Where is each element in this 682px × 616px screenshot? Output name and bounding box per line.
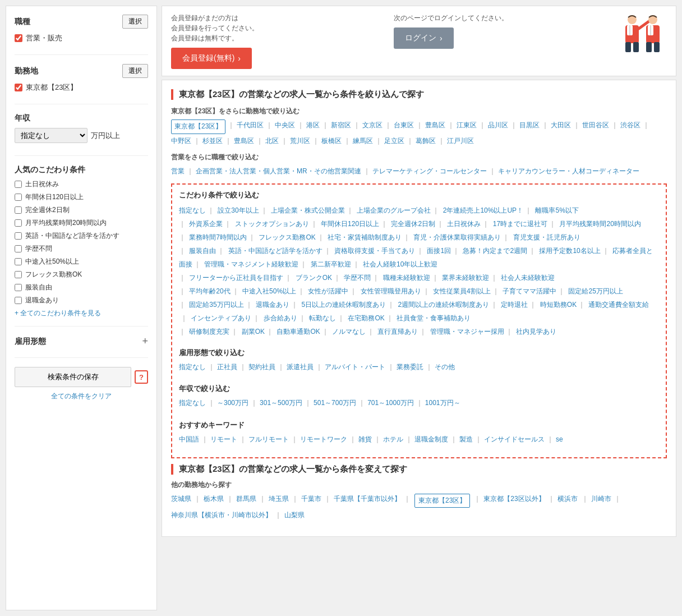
- cond-urgent[interactable]: 急募！内定まで2週間: [463, 247, 527, 255]
- cond-long-vac2w[interactable]: 2週間以上の連続休暇制度あり: [398, 301, 489, 309]
- kw-remote[interactable]: リモート: [210, 434, 237, 446]
- cond-remote[interactable]: 在宅勤務OK: [348, 314, 384, 322]
- cond-checkbox-4[interactable]: [15, 232, 22, 240]
- emp-shitenashi[interactable]: 指定なし: [179, 361, 206, 374]
- cond-society-noexp[interactable]: 社会人未経験歓迎: [501, 274, 555, 282]
- kw-chinese[interactable]: 中国語: [179, 434, 199, 446]
- kw-inside-sales[interactable]: インサイドセールス: [484, 434, 545, 446]
- area-tag-nakano[interactable]: 中野区: [171, 135, 191, 148]
- help-icon[interactable]: ?: [135, 370, 148, 384]
- cond-management[interactable]: 管理職・マネジメント経験歓迎: [204, 260, 298, 268]
- register-button[interactable]: 会員登録(無料) ›: [171, 48, 252, 69]
- area-tag-nerima[interactable]: 練馬区: [353, 135, 373, 148]
- cond-cafeteria[interactable]: 社員食堂・食事補助あり: [397, 314, 471, 322]
- emp-keiyaku[interactable]: 契約社員: [248, 361, 275, 374]
- cond-checkbox-0[interactable]: [15, 181, 22, 188]
- cond-childcare-leave[interactable]: 育児・介護休業取得実績あり: [413, 233, 501, 241]
- job-type-checkbox[interactable]: [15, 34, 22, 42]
- area-tag-katsushika[interactable]: 葛飾区: [416, 135, 436, 148]
- other-tokyo23-active[interactable]: 東京都【23区】: [414, 494, 470, 508]
- cond-10years[interactable]: 社会人経験10年以上歓迎: [363, 260, 437, 268]
- cond-noquota[interactable]: ノルマなし: [332, 328, 366, 335]
- cond-dressfree[interactable]: 服装自由: [189, 247, 216, 255]
- cond-hire10[interactable]: 採用予定数10名以上: [539, 247, 600, 255]
- area-tag-meguro[interactable]: 目黒区: [519, 119, 540, 134]
- cond-fixed25[interactable]: 固定給25万円以上: [568, 287, 623, 295]
- other-ibaraki[interactable]: 茨城県: [171, 493, 191, 509]
- cond-commission[interactable]: 歩合給あり: [264, 314, 297, 322]
- other-gunma[interactable]: 群馬県: [236, 493, 256, 509]
- area-tag-minato[interactable]: 港区: [306, 119, 320, 134]
- cond-training[interactable]: 研修制度充実: [189, 328, 229, 335]
- area-tag-itabashi[interactable]: 板橋区: [321, 135, 342, 148]
- cond-parttime[interactable]: 時短勤務OK: [540, 301, 577, 309]
- emp-arbeit[interactable]: アルバイト・パート: [325, 361, 385, 374]
- other-tochigi[interactable]: 栃木県: [204, 493, 224, 509]
- cond-retirement[interactable]: 退職金あり: [256, 301, 289, 309]
- area-tag-kita[interactable]: 北区: [265, 135, 279, 148]
- sal-501-700[interactable]: 501～700万円: [314, 397, 356, 410]
- job-tag-sales[interactable]: 営業: [171, 166, 185, 178]
- area-tag-chiyoda[interactable]: 千代田区: [237, 119, 264, 134]
- cond-checkbox-2[interactable]: [15, 206, 22, 214]
- cond-checkbox-7[interactable]: [15, 271, 22, 278]
- kw-full-remote[interactable]: フルリモート: [248, 434, 289, 446]
- cond-transport[interactable]: 通勤交通費全額支給: [588, 301, 649, 309]
- cond-language[interactable]: 英語・中国語など語学を活かす: [228, 247, 322, 255]
- kw-taishoku[interactable]: 退職金制度: [414, 434, 448, 446]
- area-tag-edogawa[interactable]: 江戸川区: [447, 135, 474, 148]
- cond-interview1[interactable]: 面接1回: [427, 247, 451, 255]
- other-kawasaki[interactable]: 川崎市: [591, 493, 611, 509]
- sal-300[interactable]: ～300万円: [217, 397, 248, 410]
- other-kanagawa-other[interactable]: 神奈川県【横浜市・川崎市以外】: [171, 509, 272, 522]
- area-tag-adachi[interactable]: 足立区: [384, 135, 404, 148]
- area-tag-taito[interactable]: 台東区: [394, 119, 414, 134]
- cond-car[interactable]: 自動車通勤OK: [277, 328, 320, 335]
- cond-midway50[interactable]: 中途入社50%以上: [242, 287, 296, 295]
- cond-ontime[interactable]: 定時退社: [501, 301, 528, 309]
- other-saitama[interactable]: 埼玉県: [269, 493, 289, 509]
- cond-17time[interactable]: 17時までに退社可: [493, 220, 547, 228]
- emp-seishain[interactable]: 正社員: [217, 361, 237, 374]
- kw-zakka[interactable]: 雑貨: [358, 434, 372, 446]
- cond-women40[interactable]: 女性従業員4割以上: [433, 287, 491, 295]
- cond-housing[interactable]: 社宅・家賃補助制度あり: [328, 233, 402, 241]
- cond-turnover5[interactable]: 離職率5%以下: [535, 206, 578, 214]
- sal-shitenashi[interactable]: 指定なし: [179, 397, 206, 410]
- cond-ind-noexp[interactable]: 業界未経験歓迎: [442, 274, 489, 282]
- cond-sales10[interactable]: 2年連続売上10%以上UP！: [443, 206, 523, 214]
- employment-plus-icon[interactable]: +: [142, 335, 148, 347]
- job-tag-career[interactable]: キャリアカウンセラー・人材コーディネーター: [498, 166, 639, 178]
- cond-direct[interactable]: 直行直帰あり: [377, 328, 418, 335]
- area-tag-toshima2[interactable]: 豊島区: [234, 135, 254, 148]
- cond-manager[interactable]: 管理職・マネジャー採用: [430, 328, 504, 335]
- cond-group[interactable]: 上場企業のグループ会社: [357, 206, 431, 214]
- emp-other[interactable]: その他: [435, 361, 455, 374]
- area-tag-setagaya[interactable]: 世田谷区: [582, 119, 609, 134]
- cond-blank[interactable]: ブランクOK: [296, 274, 332, 282]
- cond-checkbox-6[interactable]: [15, 258, 22, 265]
- cond-stock[interactable]: ストックオプションあり: [235, 220, 309, 228]
- area-tag-shinagawa[interactable]: 品川区: [488, 119, 508, 134]
- cond-edu[interactable]: 学歴不問: [344, 274, 371, 282]
- cond-hours7[interactable]: 業務時間7時間以内: [189, 233, 247, 241]
- emp-gyomu[interactable]: 業務委託: [397, 361, 423, 374]
- kw-se[interactable]: se: [556, 434, 563, 446]
- clear-all-link[interactable]: 全ての条件をクリア: [15, 392, 148, 401]
- cond-overtime20[interactable]: 月平均残業時間20時間以内: [559, 220, 640, 228]
- sal-301-500[interactable]: 301～500万円: [260, 397, 302, 410]
- cond-qualify[interactable]: 資格取得支援・手当てあり: [334, 247, 415, 255]
- other-chiba-city[interactable]: 千葉市: [301, 493, 321, 509]
- cond-satholday[interactable]: 土日祝休み: [447, 220, 481, 228]
- cond-childcare-support[interactable]: 育児支援・託児所あり: [513, 233, 580, 241]
- cond-second-new[interactable]: 第二新卒歓迎: [311, 260, 351, 268]
- job-tag-telemarketing[interactable]: テレマーケティング・コールセンター: [372, 166, 487, 178]
- location-checkbox[interactable]: [15, 84, 22, 91]
- cond-fixed35[interactable]: 固定給35万円以上: [189, 301, 243, 309]
- job-type-select-button[interactable]: 選択: [122, 15, 148, 29]
- location-select-button[interactable]: 選択: [122, 64, 148, 78]
- area-tag-shinjuku[interactable]: 新宿区: [331, 119, 351, 134]
- save-button[interactable]: 検索条件の保存: [15, 367, 131, 387]
- cond-checkbox-9[interactable]: [15, 297, 22, 304]
- cond-listed[interactable]: 上場企業・株式公開企業: [271, 206, 345, 214]
